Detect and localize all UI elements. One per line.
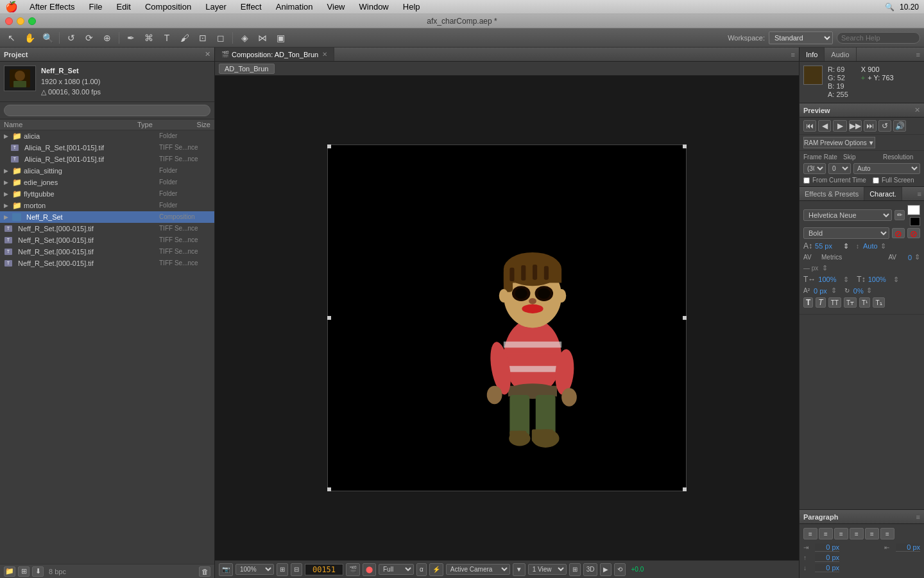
stamp-tool[interactable]: ⊡: [195, 31, 210, 45]
from-current-checkbox[interactable]: [803, 177, 810, 184]
roto-tool[interactable]: ◈: [237, 31, 252, 45]
stroke-color-swatch[interactable]: [910, 217, 920, 226]
zoom-tool[interactable]: 🔍: [40, 31, 55, 45]
spotlight-icon[interactable]: 🔍: [885, 3, 894, 12]
list-item[interactable]: T Neff_R_Set.[000-015].tif TIFF Se...nce: [0, 223, 214, 234]
new-comp-btn[interactable]: ⊞: [18, 566, 30, 577]
zoom-select[interactable]: 100%: [235, 564, 274, 575]
orbit-tool[interactable]: ⟳: [81, 31, 97, 45]
prev-frame-btn[interactable]: ◀: [818, 120, 831, 132]
play-btn[interactable]: ▶: [833, 120, 847, 132]
comp-btn[interactable]: 🎬: [346, 563, 360, 576]
align-right-btn[interactable]: ≡: [834, 528, 848, 539]
menu-after-effects[interactable]: After Effects: [27, 1, 78, 13]
strikethrough-btn[interactable]: ⊘: [892, 228, 905, 238]
list-item-selected[interactable]: ▶ Neff_R_Set Composition: [0, 211, 214, 223]
menu-help[interactable]: Help: [400, 1, 423, 13]
handle-mr[interactable]: [683, 316, 687, 320]
smallcaps-btn[interactable]: Tᴛ: [844, 297, 857, 308]
minimize-button[interactable]: [17, 17, 24, 25]
snapshot-btn[interactable]: 📷: [219, 563, 233, 576]
apple-menu[interactable]: 🍎: [5, 1, 18, 13]
pen-tool[interactable]: ✒: [123, 31, 139, 45]
preview-panel-menu[interactable]: ✕: [914, 106, 920, 114]
search-help-input[interactable]: [837, 32, 920, 44]
full-screen-checkbox[interactable]: [873, 177, 879, 184]
render-btn[interactable]: ▶: [600, 563, 612, 576]
audio-btn[interactable]: 🔊: [893, 120, 906, 132]
handle-bl[interactable]: [327, 487, 331, 491]
select-tool[interactable]: ↖: [4, 31, 19, 45]
menu-animation[interactable]: Animation: [273, 1, 316, 13]
justify-all-btn[interactable]: ≡: [865, 528, 879, 539]
mask-feather[interactable]: ⌘: [141, 31, 157, 45]
ram-preview-btn[interactable]: RAM Preview Options ▼: [803, 137, 875, 148]
list-item[interactable]: T Neff_R_Set.[000-015].tif TIFF Se...nce: [0, 246, 214, 258]
viewer-timecode[interactable]: 00151: [305, 564, 343, 575]
list-item[interactable]: ▶ 📁 morton Folder: [0, 200, 214, 211]
list-item[interactable]: T Neff_R_Set.[000-015].tif TIFF Se...nce: [0, 234, 214, 246]
3d-btn[interactable]: 3D: [583, 563, 598, 576]
handle-ml[interactable]: [327, 316, 331, 320]
list-item[interactable]: ▶ 📁 alicia Folder: [0, 130, 214, 142]
align-center-btn[interactable]: ≡: [819, 528, 833, 539]
menu-view[interactable]: View: [325, 1, 348, 13]
workspace-select[interactable]: Standard: [769, 31, 833, 44]
font-select[interactable]: Helvetica Neue: [803, 209, 892, 221]
skip-start-btn[interactable]: ⏮: [803, 120, 816, 132]
rotate-tool[interactable]: ↺: [64, 31, 79, 45]
menu-composition[interactable]: Composition: [142, 1, 194, 13]
menu-effect[interactable]: Effect: [238, 1, 264, 13]
handle-br[interactable]: [683, 487, 687, 491]
bold-btn[interactable]: T: [803, 297, 813, 308]
comp-tab-active[interactable]: 🎬 Composition: AD_Ton_Brun ✕: [215, 48, 334, 61]
effects-panel-menu[interactable]: ≡: [918, 190, 924, 198]
menu-edit[interactable]: Edit: [114, 1, 133, 13]
handle-tr[interactable]: [683, 144, 687, 148]
project-panel-close[interactable]: ✕: [205, 50, 210, 58]
style-select[interactable]: Bold: [803, 227, 889, 239]
guides-btn[interactable]: ⊟: [291, 563, 302, 576]
resolution-select[interactable]: Auto: [853, 163, 920, 174]
project-search-input[interactable]: [4, 105, 210, 116]
paragraph-menu[interactable]: ≡: [916, 513, 920, 521]
puppet-tool[interactable]: ⋈: [255, 31, 270, 45]
hand-tool[interactable]: ✋: [22, 31, 37, 45]
comp-panel-menu[interactable]: ≡: [791, 51, 799, 58]
justify-btn[interactable]: ≡: [850, 528, 864, 539]
camera-btn[interactable]: ▼: [513, 563, 526, 576]
reset-btn[interactable]: ⟲: [614, 563, 626, 576]
audio-tab[interactable]: Audio: [825, 48, 856, 61]
view-layout-select[interactable]: 1 View: [528, 564, 567, 575]
menu-layer[interactable]: Layer: [203, 1, 229, 13]
play-forward-btn[interactable]: ▶▶: [849, 120, 862, 132]
delete-btn[interactable]: 🗑: [199, 566, 210, 577]
active-camera-select[interactable]: Active Camera: [446, 564, 510, 575]
skip-select[interactable]: 0: [828, 163, 851, 174]
menu-window[interactable]: Window: [357, 1, 391, 13]
list-item[interactable]: T Alicia_R_Set.[001-015].tif TIFF Se...n…: [0, 153, 214, 165]
character-tab[interactable]: Charact.: [864, 187, 902, 200]
alpha-btn[interactable]: α: [416, 563, 427, 576]
justify-last-btn[interactable]: ≡: [880, 528, 894, 539]
list-item[interactable]: T Alicia_R_Set.[001-015].tif TIFF Se...n…: [0, 142, 214, 153]
loop-btn[interactable]: ↺: [878, 120, 891, 132]
fast-preview-btn[interactable]: ⚡: [429, 563, 443, 576]
eraser-tool[interactable]: ◻: [213, 31, 228, 45]
text-tool[interactable]: T: [159, 31, 175, 45]
list-item[interactable]: ▶ 📁 flyttgubbe Folder: [0, 188, 214, 200]
close-button[interactable]: [5, 17, 13, 25]
align-left-btn[interactable]: ≡: [803, 528, 817, 539]
new-folder-btn[interactable]: 📁: [4, 566, 15, 577]
quality-select[interactable]: Full: [379, 564, 414, 575]
menu-file[interactable]: File: [87, 1, 105, 13]
superscript-btn[interactable]: T¹: [859, 297, 870, 308]
effects-presets-tab[interactable]: Effects & Presets: [800, 187, 864, 200]
brush-tool[interactable]: 🖌: [177, 31, 193, 45]
grid-btn[interactable]: ⊞: [277, 563, 288, 576]
skip-end-btn[interactable]: ⏭: [864, 120, 877, 132]
info-panel-menu[interactable]: ≡: [916, 51, 924, 58]
exposure-btn[interactable]: ⬤: [363, 563, 376, 576]
allcaps-btn[interactable]: TT: [828, 297, 841, 308]
import-btn[interactable]: ⬇: [32, 566, 44, 577]
